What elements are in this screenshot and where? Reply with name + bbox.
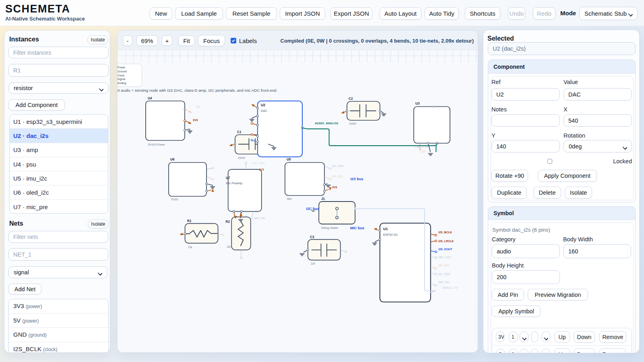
svg-text:U7: U7 [226,176,230,180]
svg-text:MIC bus: MIC bus [350,226,364,230]
svg-text:U5: U5 [287,158,291,161]
svg-text:I2C_SCL: I2C_SCL [332,175,344,178]
svg-text:I2S_BCLK: I2S_BCLK [438,231,452,234]
svg-text:Ground: Ground [118,70,127,73]
svg-text:I2S bus: I2S bus [351,177,363,181]
svg-text:U1: U1 [383,227,388,231]
svg-text:100nF: 100nF [238,156,245,159]
svg-text:MIC_EN: MIC_EN [254,217,265,220]
svg-text:U4: U4 [148,97,152,100]
svg-text:3V3: 3V3 [193,119,198,121]
svg-text:I2C_SCL: I2C_SCL [438,264,450,267]
svg-text:I2S_DOUT: I2S_DOUT [438,248,452,251]
svg-text:Clock: Clock [118,74,125,77]
svg-text:MIC_EN: MIC_EN [438,281,449,284]
svg-text:U3: U3 [415,102,420,105]
svg-text:Analog: Analog [118,82,126,85]
svg-text:MIC_ADC: MIC_ADC [252,162,265,165]
svg-text:I2C_SDA: I2C_SDA [438,273,450,276]
svg-text:Mic Preamp: Mic Preamp [226,181,243,185]
svg-text:Signal: Signal [118,78,126,81]
svg-text:DAC: DAC [261,109,268,113]
svg-text:IMU: IMU [287,197,292,200]
svg-text:C3: C3 [310,235,314,239]
svg-text:10k: 10k [188,246,192,249]
svg-text:U2: U2 [261,103,265,107]
svg-text:10k: 10k [227,245,231,248]
svg-text:U6: U6 [170,158,175,161]
svg-text:1uF: 1uF [311,262,315,265]
svg-text:3V3: 3V3 [332,186,337,189]
svg-text:C1: C1 [237,130,242,134]
svg-text:3V3: 3V3 [259,168,264,171]
svg-text:I2S_LRCLK: I2S_LRCLK [438,240,454,243]
svg-text:R1: R1 [187,219,192,223]
svg-text:100nF: 100nF [349,122,356,125]
svg-text:DEBUG_TX: DEBUG_TX [442,286,458,289]
svg-text:OLED: OLED [171,198,178,201]
svg-text:rt audio + sensing node with I: rt audio + sensing node with I2S DAC, cl… [118,88,277,93]
svg-text:I2C_SDA: I2C_SDA [332,165,344,167]
svg-text:I2C bus: I2C bus [306,207,319,211]
svg-text:5V: 5V [196,105,200,108]
svg-text:5V/3V3 Power: 5V/3V3 Power [148,143,165,146]
svg-text:MIC_ADC: MIC_ADC [439,256,452,259]
svg-text:J1: J1 [321,197,325,201]
svg-text:ESP32-S3: ESP32-S3 [383,233,397,237]
svg-text:Power: Power [118,66,126,69]
svg-text:C2: C2 [349,97,353,101]
svg-text:AUDIO_ANALOG: AUDIO_ANALOG [315,121,339,125]
svg-text:5V: 5V [422,150,425,153]
svg-text:R2: R2 [226,220,230,224]
svg-text:Debug Header: Debug Header [321,226,339,230]
